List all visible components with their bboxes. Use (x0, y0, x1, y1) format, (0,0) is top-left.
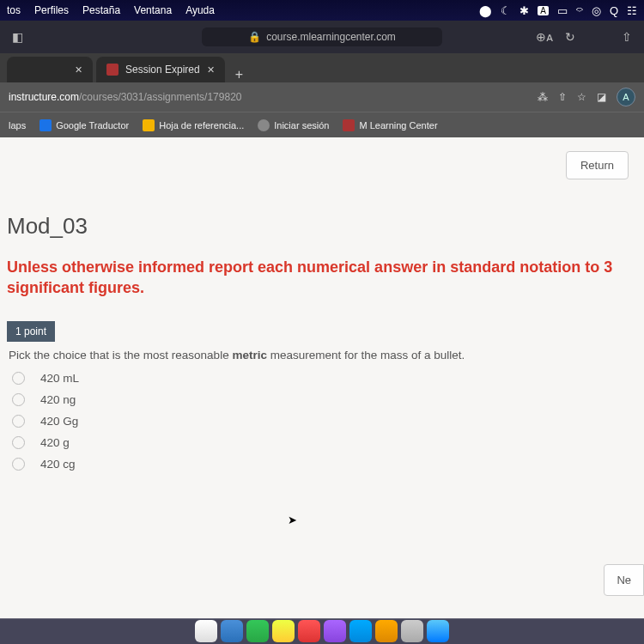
radio-button[interactable] (12, 415, 25, 428)
menu-item[interactable]: Ventana (134, 4, 172, 16)
input-icon[interactable]: A (538, 6, 549, 15)
dock-app-icon[interactable] (246, 620, 269, 642)
doc-favicon-icon (143, 119, 155, 131)
chrome-window: ✕ Session Expired ✕ + instructure.com/co… (0, 53, 644, 137)
reload-icon[interactable]: ↻ (565, 30, 575, 44)
dock-app-icon[interactable] (195, 620, 217, 642)
cursor-icon: ➤ (288, 513, 297, 526)
dock-app-icon[interactable] (349, 620, 372, 642)
battery-icon[interactable]: ▭ (557, 4, 568, 17)
translate-icon[interactable]: ⊕ᴀ (536, 30, 553, 44)
option-label: 420 Gg (40, 415, 78, 428)
translate-icon[interactable]: ⁂ (538, 91, 548, 103)
radio-button[interactable] (12, 436, 25, 449)
share-icon[interactable]: ⇧ (622, 30, 632, 44)
dock-app-icon[interactable] (427, 620, 449, 642)
dock-app-icon[interactable] (375, 620, 398, 642)
close-icon[interactable]: ✕ (75, 64, 82, 76)
radio-button[interactable] (12, 393, 25, 406)
new-tab-button[interactable]: + (228, 67, 250, 82)
option-label: 420 ng (40, 393, 76, 406)
sidebar-icon[interactable]: ◧ (12, 30, 23, 44)
wifi-icon[interactable]: ⌔ (576, 4, 583, 17)
radio-button[interactable] (12, 372, 25, 385)
control-center-icon[interactable]: ☷ (627, 4, 637, 17)
bookmarks-bar: laps Google Traductor Hoja de referencia… (0, 112, 644, 137)
instruction-text: Unless otherwise informed report each nu… (7, 257, 635, 299)
bluetooth-icon[interactable]: ✱ (519, 4, 529, 17)
option-label: 420 cg (40, 458, 76, 471)
bookmark-item[interactable]: Iniciar sesión (258, 119, 329, 131)
close-icon[interactable]: ✕ (207, 64, 215, 76)
safari-url: course.mlearningcenter.com (266, 31, 396, 43)
profile-avatar[interactable]: A (617, 88, 635, 106)
page-content: Return Mod_03 Unless otherwise informed … (0, 137, 644, 618)
option-row[interactable]: 420 mL (12, 372, 635, 385)
mac-dock (0, 618, 644, 644)
chrome-url-bar: instructure.com/courses/3031/assignments… (0, 82, 644, 112)
option-label: 420 g (40, 436, 70, 449)
login-favicon-icon (258, 119, 270, 131)
chrome-tab[interactable]: ✕ (7, 57, 93, 82)
mlc-favicon-icon (343, 119, 355, 131)
chrome-tab-strip: ✕ Session Expired ✕ + (0, 53, 644, 82)
url-domain: instructure.com (9, 91, 79, 103)
bookmark-item[interactable]: Google Traductor (39, 119, 129, 131)
url-path: /courses/3031/assignments/179820 (79, 91, 241, 103)
chrome-url[interactable]: instructure.com/courses/3031/assignments… (9, 91, 531, 103)
bookmark-item[interactable]: laps (9, 120, 26, 131)
menu-item[interactable]: tos (7, 4, 21, 16)
extension-icon[interactable]: ◪ (597, 91, 606, 103)
moon-icon[interactable]: ☾ (501, 4, 511, 17)
bookmark-item[interactable]: M Learning Center (343, 119, 437, 131)
points-label: 1 point (7, 321, 55, 342)
translate-favicon-icon (39, 119, 52, 131)
points-bar: 1 point (7, 321, 635, 342)
safari-address-bar[interactable]: 🔒 course.mlearningcenter.com (202, 27, 442, 46)
lock-icon: 🔒 (248, 31, 261, 43)
option-row[interactable]: 420 ng (12, 393, 635, 406)
bookmark-item[interactable]: Hoja de referencia... (143, 119, 244, 131)
option-row[interactable]: 420 Gg (12, 415, 635, 428)
option-row[interactable]: 420 g (12, 436, 635, 449)
dock-app-icon[interactable] (221, 620, 243, 642)
mac-status-icons: ⬤ ☾ ✱ A ▭ ⌔ ◎ Q ☷ (479, 4, 637, 17)
module-title: Mod_03 (7, 213, 635, 240)
radio-button[interactable] (12, 458, 25, 471)
return-button[interactable]: Return (566, 151, 629, 179)
question-text: Pick the choice that is the most reasona… (9, 349, 635, 361)
option-row[interactable]: 420 cg (12, 458, 635, 471)
search-icon[interactable]: Q (610, 4, 618, 17)
menu-item[interactable]: Pestaña (82, 4, 120, 16)
mac-menubar: tos Perfiles Pestaña Ventana Ayuda ⬤ ☾ ✱… (0, 0, 644, 21)
option-label: 420 mL (40, 372, 79, 385)
next-button[interactable]: Ne (604, 564, 644, 596)
dock-app-icon[interactable] (298, 620, 320, 642)
options-list: 420 mL 420 ng 420 Gg 420 g 420 cg (7, 372, 635, 471)
dock-app-icon[interactable] (272, 620, 295, 642)
star-icon[interactable]: ☆ (577, 91, 586, 103)
chrome-tab[interactable]: Session Expired ✕ (96, 57, 225, 82)
airplay-icon[interactable]: ◎ (592, 4, 601, 17)
tab-label: Session Expired (125, 64, 200, 76)
share-icon[interactable]: ⇧ (558, 91, 567, 103)
dock-app-icon[interactable] (324, 620, 346, 642)
mac-menu-left: tos Perfiles Pestaña Ventana Ayuda (7, 4, 215, 16)
menu-item[interactable]: Ayuda (185, 4, 215, 16)
dock-app-icon[interactable] (401, 620, 423, 642)
safari-toolbar: ◧ 🔒 course.mlearningcenter.com ⊕ᴀ ↻ ⇧ (0, 21, 644, 53)
favicon-icon (106, 64, 118, 76)
record-icon[interactable]: ⬤ (479, 4, 492, 17)
menu-item[interactable]: Perfiles (34, 4, 69, 16)
